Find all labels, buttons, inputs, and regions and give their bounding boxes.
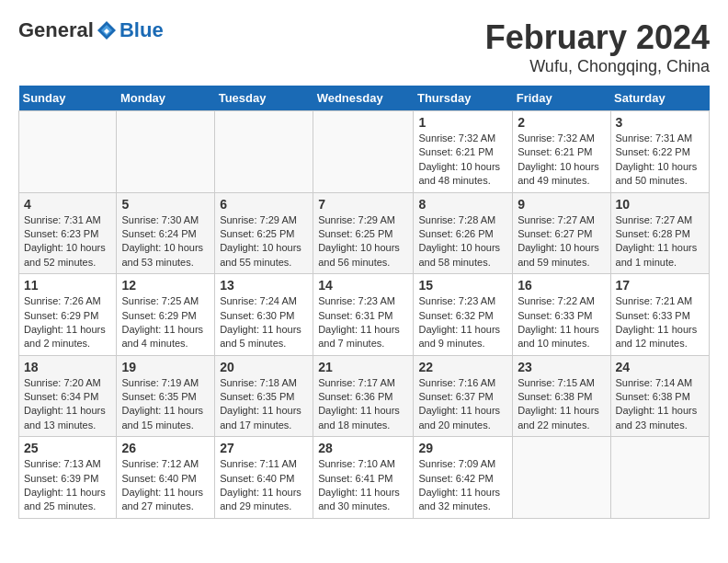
main-title: February 2024 [485,18,710,57]
day-number: 29 [418,441,507,455]
weekday-header-sunday: Sunday [19,86,117,111]
day-info: Sunrise: 7:32 AM Sunset: 6:21 PM Dayligh… [418,132,507,189]
day-info: Sunrise: 7:28 AM Sunset: 6:26 PM Dayligh… [418,213,507,270]
day-number: 19 [121,360,210,374]
weekday-header-row: SundayMondayTuesdayWednesdayThursdayFrid… [19,86,710,111]
day-info: Sunrise: 7:30 AM Sunset: 6:24 PM Dayligh… [121,213,210,270]
weekday-header-tuesday: Tuesday [215,86,313,111]
calendar-cell: 17Sunrise: 7:21 AM Sunset: 6:33 PM Dayli… [610,274,709,356]
calendar-cell: 14Sunrise: 7:23 AM Sunset: 6:31 PM Dayli… [313,274,414,356]
calendar-cell [19,111,117,193]
day-info: Sunrise: 7:22 AM Sunset: 6:33 PM Dayligh… [518,294,605,351]
day-number: 8 [418,197,507,212]
day-info: Sunrise: 7:32 AM Sunset: 6:21 PM Dayligh… [518,132,605,189]
calendar-cell: 25Sunrise: 7:13 AM Sunset: 6:39 PM Dayli… [19,437,117,519]
day-number: 12 [121,278,210,293]
calendar-cell [513,437,610,519]
day-info: Sunrise: 7:12 AM Sunset: 6:40 PM Dayligh… [121,457,210,514]
day-info: Sunrise: 7:14 AM Sunset: 6:38 PM Dayligh… [616,376,704,433]
calendar-cell: 27Sunrise: 7:11 AM Sunset: 6:40 PM Dayli… [215,437,313,519]
calendar-cell: 22Sunrise: 7:16 AM Sunset: 6:37 PM Dayli… [414,355,513,437]
calendar-week-5: 25Sunrise: 7:13 AM Sunset: 6:39 PM Dayli… [19,437,710,519]
day-number: 10 [616,197,704,212]
day-number: 13 [220,278,308,293]
weekday-header-thursday: Thursday [414,86,513,111]
calendar-cell [215,111,313,193]
calendar-week-1: 1Sunrise: 7:32 AM Sunset: 6:21 PM Daylig… [19,111,710,193]
calendar-cell: 4Sunrise: 7:31 AM Sunset: 6:23 PM Daylig… [19,192,117,274]
calendar-table: SundayMondayTuesdayWednesdayThursdayFrid… [18,86,710,519]
calendar-cell: 28Sunrise: 7:10 AM Sunset: 6:41 PM Dayli… [313,437,414,519]
day-number: 28 [318,441,408,455]
day-info: Sunrise: 7:31 AM Sunset: 6:23 PM Dayligh… [24,213,111,270]
calendar-cell: 20Sunrise: 7:18 AM Sunset: 6:35 PM Dayli… [215,355,313,437]
day-number: 16 [518,278,605,293]
day-info: Sunrise: 7:15 AM Sunset: 6:38 PM Dayligh… [518,376,605,433]
day-info: Sunrise: 7:19 AM Sunset: 6:35 PM Dayligh… [121,376,210,433]
calendar-cell [313,111,414,193]
day-info: Sunrise: 7:10 AM Sunset: 6:41 PM Dayligh… [318,457,408,514]
day-number: 26 [121,441,210,455]
day-number: 20 [220,360,308,374]
calendar-cell: 26Sunrise: 7:12 AM Sunset: 6:40 PM Dayli… [117,437,215,519]
day-number: 18 [24,360,111,374]
calendar-week-3: 11Sunrise: 7:26 AM Sunset: 6:29 PM Dayli… [19,274,710,356]
day-number: 22 [418,360,507,374]
calendar-cell: 15Sunrise: 7:23 AM Sunset: 6:32 PM Dayli… [414,274,513,356]
calendar-cell: 19Sunrise: 7:19 AM Sunset: 6:35 PM Dayli… [117,355,215,437]
calendar-cell: 7Sunrise: 7:29 AM Sunset: 6:25 PM Daylig… [313,192,414,274]
day-info: Sunrise: 7:21 AM Sunset: 6:33 PM Dayligh… [616,294,704,351]
day-number: 1 [418,115,507,130]
day-info: Sunrise: 7:27 AM Sunset: 6:27 PM Dayligh… [518,213,605,270]
day-number: 24 [616,360,704,374]
header: General Blue February 2024 Wufu, Chongqi… [18,18,710,76]
day-number: 25 [24,441,111,455]
logo-blue: Blue [119,18,164,42]
day-number: 23 [518,360,605,374]
calendar-cell [610,437,709,519]
day-info: Sunrise: 7:25 AM Sunset: 6:29 PM Dayligh… [121,294,210,351]
weekday-header-friday: Friday [513,86,610,111]
weekday-header-monday: Monday [117,86,215,111]
day-info: Sunrise: 7:31 AM Sunset: 6:22 PM Dayligh… [616,132,704,189]
calendar-cell: 13Sunrise: 7:24 AM Sunset: 6:30 PM Dayli… [215,274,313,356]
day-number: 9 [518,197,605,212]
day-info: Sunrise: 7:11 AM Sunset: 6:40 PM Dayligh… [220,457,308,514]
calendar-cell: 8Sunrise: 7:28 AM Sunset: 6:26 PM Daylig… [414,192,513,274]
calendar-cell: 2Sunrise: 7:32 AM Sunset: 6:21 PM Daylig… [513,111,610,193]
calendar-cell: 16Sunrise: 7:22 AM Sunset: 6:33 PM Dayli… [513,274,610,356]
day-info: Sunrise: 7:18 AM Sunset: 6:35 PM Dayligh… [220,376,308,433]
calendar-cell: 18Sunrise: 7:20 AM Sunset: 6:34 PM Dayli… [19,355,117,437]
calendar-cell: 10Sunrise: 7:27 AM Sunset: 6:28 PM Dayli… [610,192,709,274]
day-info: Sunrise: 7:29 AM Sunset: 6:25 PM Dayligh… [220,213,308,270]
calendar-cell: 12Sunrise: 7:25 AM Sunset: 6:29 PM Dayli… [117,274,215,356]
day-info: Sunrise: 7:29 AM Sunset: 6:25 PM Dayligh… [318,213,408,270]
day-info: Sunrise: 7:23 AM Sunset: 6:32 PM Dayligh… [418,294,507,351]
day-info: Sunrise: 7:13 AM Sunset: 6:39 PM Dayligh… [24,457,111,514]
weekday-header-wednesday: Wednesday [313,86,414,111]
calendar-cell: 24Sunrise: 7:14 AM Sunset: 6:38 PM Dayli… [610,355,709,437]
day-info: Sunrise: 7:20 AM Sunset: 6:34 PM Dayligh… [24,376,111,433]
day-number: 2 [518,115,605,130]
calendar-week-4: 18Sunrise: 7:20 AM Sunset: 6:34 PM Dayli… [19,355,710,437]
day-info: Sunrise: 7:24 AM Sunset: 6:30 PM Dayligh… [220,294,308,351]
calendar-cell: 21Sunrise: 7:17 AM Sunset: 6:36 PM Dayli… [313,355,414,437]
day-number: 5 [121,197,210,212]
logo: General Blue [18,18,164,42]
calendar-cell: 9Sunrise: 7:27 AM Sunset: 6:27 PM Daylig… [513,192,610,274]
calendar-cell [117,111,215,193]
day-number: 17 [616,278,704,293]
weekday-header-saturday: Saturday [610,86,709,111]
day-number: 4 [24,197,111,212]
day-info: Sunrise: 7:27 AM Sunset: 6:28 PM Dayligh… [616,213,704,270]
day-number: 15 [418,278,507,293]
day-number: 27 [220,441,308,455]
day-number: 7 [318,197,408,212]
day-number: 11 [24,278,111,293]
day-number: 14 [318,278,408,293]
calendar-cell: 3Sunrise: 7:31 AM Sunset: 6:22 PM Daylig… [610,111,709,193]
calendar-cell: 29Sunrise: 7:09 AM Sunset: 6:42 PM Dayli… [414,437,513,519]
day-info: Sunrise: 7:17 AM Sunset: 6:36 PM Dayligh… [318,376,408,433]
calendar-week-2: 4Sunrise: 7:31 AM Sunset: 6:23 PM Daylig… [19,192,710,274]
title-area: February 2024 Wufu, Chongqing, China [485,18,710,76]
